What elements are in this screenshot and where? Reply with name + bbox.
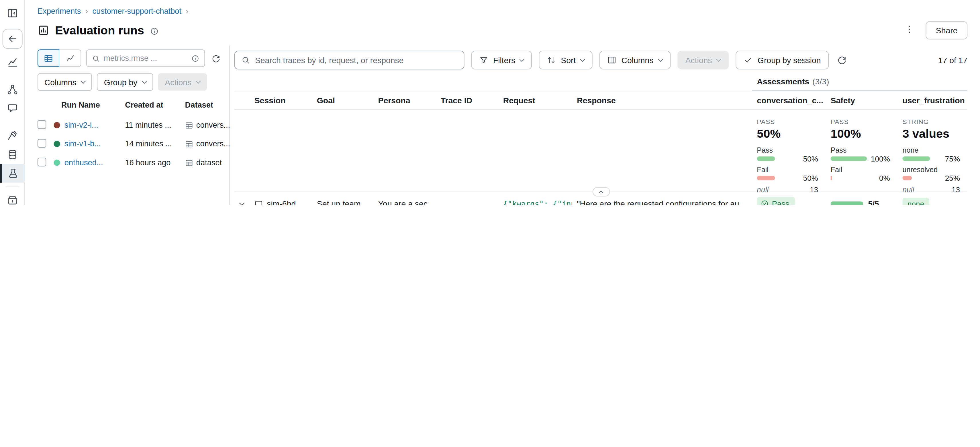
traces-search-input[interactable] (255, 55, 458, 65)
columns-icon (608, 56, 617, 65)
pass-bar (831, 156, 867, 161)
check-icon (744, 56, 753, 65)
persona-cell: You are a sec... (373, 199, 436, 205)
run-created-at: 16 hours ago (125, 158, 185, 167)
run-created-at: 11 minutes ... (125, 121, 185, 130)
runs-group-by-dropdown[interactable]: Group by (97, 73, 153, 91)
traces-refresh-button[interactable] (836, 54, 848, 67)
breadcrumb: Experiments › customer-support-chatbot › (38, 6, 967, 16)
header-session[interactable]: Session (249, 96, 312, 105)
run-row: enthused... 16 hours ago dataset (38, 153, 222, 172)
traces-actions-dropdown[interactable]: Actions (677, 51, 729, 69)
runs-header-created-at[interactable]: Created at (125, 101, 185, 110)
runs-search-input[interactable] (104, 54, 188, 63)
assessments-underline (752, 90, 967, 91)
evaluation-runs-icon (38, 24, 49, 36)
fail-bar (831, 176, 832, 180)
search-icon (241, 56, 250, 65)
charts-icon[interactable] (3, 53, 21, 71)
runs-search-box (86, 49, 205, 67)
header-trace-id[interactable]: Trace ID (436, 96, 498, 105)
serving-icon[interactable] (3, 191, 21, 205)
back-button[interactable] (2, 29, 22, 49)
table-view-button[interactable] (38, 49, 59, 67)
chat-nav-icon[interactable] (3, 99, 21, 118)
safety-bar (831, 201, 863, 205)
assessments-summary-row: PASS 50% Pass 50% Fail 50% (234, 110, 967, 192)
app-nav-rail (0, 0, 25, 205)
summary-value: 3 values (903, 127, 960, 141)
breadcrumb-experiments-link[interactable]: Experiments (38, 6, 81, 16)
datasets-icon[interactable] (3, 145, 21, 164)
runs-header-dataset[interactable]: Dataset (185, 101, 222, 110)
run-row: sim-v1-b... 14 minutes ... convers... (38, 134, 222, 153)
runs-table: Run Name Created at Dataset sim-v2-i... … (38, 101, 222, 172)
null-label: null (903, 185, 915, 194)
collapse-group-icon[interactable] (237, 200, 247, 205)
runs-refresh-button[interactable] (210, 52, 222, 64)
breadcrumb-experiment-link[interactable]: customer-support-chatbot (92, 6, 181, 16)
run-dataset: dataset (185, 158, 222, 167)
run-name-link[interactable]: enthused... (64, 158, 103, 167)
run-checkbox[interactable] (38, 139, 46, 147)
model-graph-icon[interactable] (3, 80, 21, 99)
page-title: Evaluation runs (55, 24, 144, 37)
summary-conversation: PASS 50% Pass 50% Fail 50% (752, 110, 826, 194)
session-cell[interactable]: sim-6bd... (249, 199, 312, 205)
goal-cell: Set up team ... (312, 199, 373, 205)
run-name-link[interactable]: sim-v2-i... (64, 121, 98, 130)
conversation-assessment-cell: Pass (752, 197, 826, 205)
summary-safety: PASS 100% Pass 100% Fail 0% (826, 110, 897, 194)
header-goal[interactable]: Goal (312, 96, 373, 105)
request-cell[interactable]: {"kwargs": {"input" (498, 200, 572, 205)
dataset-table-icon (185, 159, 193, 167)
traces-toolbar: Filters Sort Columns Actions (234, 51, 967, 69)
collapse-panel-icon[interactable] (3, 4, 21, 22)
info-icon[interactable] (150, 27, 159, 35)
run-color-dot (54, 160, 60, 166)
sort-dropdown[interactable]: Sort (539, 51, 593, 69)
filters-dropdown[interactable]: Filters (471, 51, 532, 69)
assessments-count: (3/3) (812, 77, 829, 86)
run-checkbox[interactable] (38, 158, 46, 166)
header-request[interactable]: Request (498, 96, 572, 105)
group-by-session-toggle[interactable]: Group by session (736, 51, 829, 69)
check-circle-icon (760, 200, 768, 205)
pass-badge[interactable]: Pass (757, 197, 795, 205)
run-checkbox[interactable] (38, 120, 46, 129)
header-conversation-assessment[interactable]: conversation_c... (752, 96, 826, 105)
experiments-icon-active[interactable] (0, 164, 25, 182)
fail-bar (757, 176, 775, 180)
traces-table: Assessments (3/3) Session Goal Persona T… (234, 72, 967, 205)
sort-icon (547, 56, 556, 65)
null-count: 13 (810, 185, 818, 194)
traces-panel: Filters Sort Columns Actions (230, 46, 980, 205)
runs-actions-dropdown[interactable]: Actions (158, 73, 207, 91)
search-info-icon[interactable] (191, 54, 199, 62)
header-safety[interactable]: Safety (826, 96, 897, 105)
run-dataset: convers... (185, 139, 230, 148)
frustration-pill: none (903, 198, 929, 205)
tools-icon[interactable] (3, 126, 21, 145)
dataset-table-icon (185, 121, 193, 129)
header-response[interactable]: Response (572, 96, 752, 105)
assessments-header-row: Assessments (3/3) (234, 72, 967, 91)
share-button[interactable]: Share (926, 21, 967, 39)
traces-count: 17 of 17 (938, 55, 968, 65)
breadcrumb-separator: › (186, 6, 188, 16)
overflow-menu-icon[interactable] (903, 23, 916, 38)
header-persona[interactable]: Persona (373, 96, 436, 105)
summary-type: PASS (831, 118, 890, 125)
collapse-summary-button[interactable] (592, 187, 610, 196)
runs-columns-dropdown[interactable]: Columns (38, 73, 92, 91)
run-dataset: convers... (185, 121, 230, 130)
run-name-link[interactable]: sim-v1-b... (64, 139, 101, 148)
null-count: 13 (951, 185, 960, 194)
assessments-title: Assessments (757, 77, 809, 86)
columns-dropdown[interactable]: Columns (600, 51, 670, 69)
chart-view-button[interactable] (59, 49, 81, 67)
runs-header-run-name[interactable]: Run Name (54, 101, 125, 110)
breadcrumb-separator: › (85, 6, 88, 16)
run-row: sim-v2-i... 11 minutes ... convers... (38, 116, 222, 134)
header-user-frustration[interactable]: user_frustration (897, 96, 967, 105)
